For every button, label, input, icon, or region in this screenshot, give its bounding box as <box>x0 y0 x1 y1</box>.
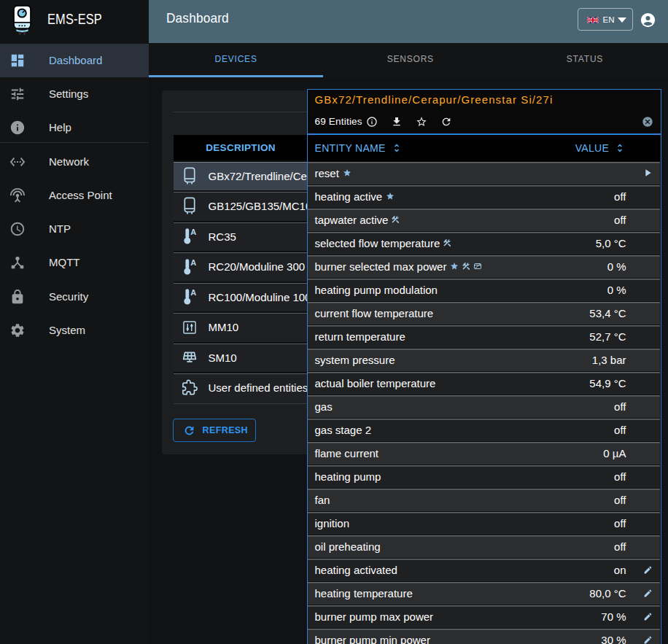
svg-text:A: A <box>190 258 196 267</box>
svg-text:A: A <box>190 228 196 236</box>
svg-text:A: A <box>190 288 196 297</box>
